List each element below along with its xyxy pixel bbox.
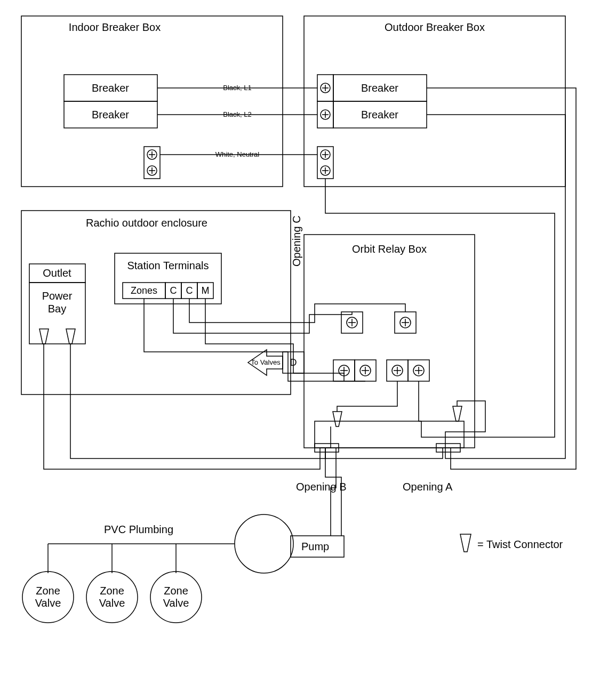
zone-valves: Zone Valve Zone Valve Zone Valve [22,572,202,623]
outdoor-breaker-box: Outdoor Breaker Box Breaker Breaker [304,16,565,187]
wire-l2-label: Black, L2 [223,110,251,118]
svg-text:Valve: Valve [163,597,189,609]
opening-a-label: Opening A [403,481,453,493]
opening-b-label: Opening B [296,481,347,493]
zones-label: Zones [131,285,157,296]
svg-rect-19 [304,235,475,448]
svg-text:Zone: Zone [164,585,188,597]
wire-neutral-label: White, Neutral [215,150,259,158]
svg-text:Zone: Zone [36,585,60,597]
outdoor-breaker-2-label: Breaker [361,109,398,120]
legend-label: = Twist Connector [477,538,563,550]
legend: = Twist Connector [460,534,563,552]
svg-text:Valve: Valve [35,597,61,609]
indoor-breaker-2-label: Breaker [92,109,129,120]
terminal-c1-label: C [170,285,177,296]
power-bay-wires [44,344,325,469]
twist-connector-icon [39,329,49,344]
terminal-m-label: M [202,285,210,296]
rachio-title: Rachio outdoor enclosure [86,217,207,229]
svg-text:Valve: Valve [99,597,125,609]
outdoor-to-orbit-wires [325,88,576,469]
opening-c-label: Opening C [291,215,302,267]
pvc-plumbing: PVC Plumbing [48,524,235,573]
indoor-neutral-terminal [144,147,160,179]
outdoor-breaker-title: Outdoor Breaker Box [385,21,485,33]
svg-point-43 [235,514,293,573]
power-bay-l1: Power [42,290,73,302]
orbit-lower-terminals [333,360,429,381]
terminal-c2-label: C [186,285,193,296]
svg-text:Zone: Zone [100,585,124,597]
to-valves-arrow: D To Valves [248,350,304,375]
rachio-enclosure: Rachio outdoor enclosure Outlet Power Ba… [21,211,304,395]
indoor-breaker-1-label: Breaker [92,82,129,94]
outdoor-neutral-terminal [317,147,333,179]
orbit-relay-title: Orbit Relay Box [352,243,427,255]
breaker-interconnect-wires: Black, L1 Black, L2 White, Neutral [157,84,317,158]
pump-label: Pump [301,541,329,552]
orbit-relay-box: Orbit Relay Box [304,235,475,448]
station-terminals-label: Station Terminals [127,260,209,271]
wire-l1-label: Black, L1 [223,84,251,92]
pvc-label: PVC Plumbing [104,524,173,535]
power-bay-l2: Bay [48,303,66,315]
twist-connector-icon [66,329,75,344]
twist-connector-icon [333,412,342,427]
outlet-label: Outlet [43,267,71,279]
twist-connector-icon [453,406,462,421]
to-valves-label: To Valves [251,358,281,366]
indoor-breaker-title: Indoor Breaker Box [69,21,161,33]
twist-connector-icon [460,534,471,552]
outdoor-breaker-1-label: Breaker [361,82,398,94]
indoor-breaker-box: Indoor Breaker Box Breaker Breaker [21,16,283,187]
pump: Pump [235,514,344,573]
